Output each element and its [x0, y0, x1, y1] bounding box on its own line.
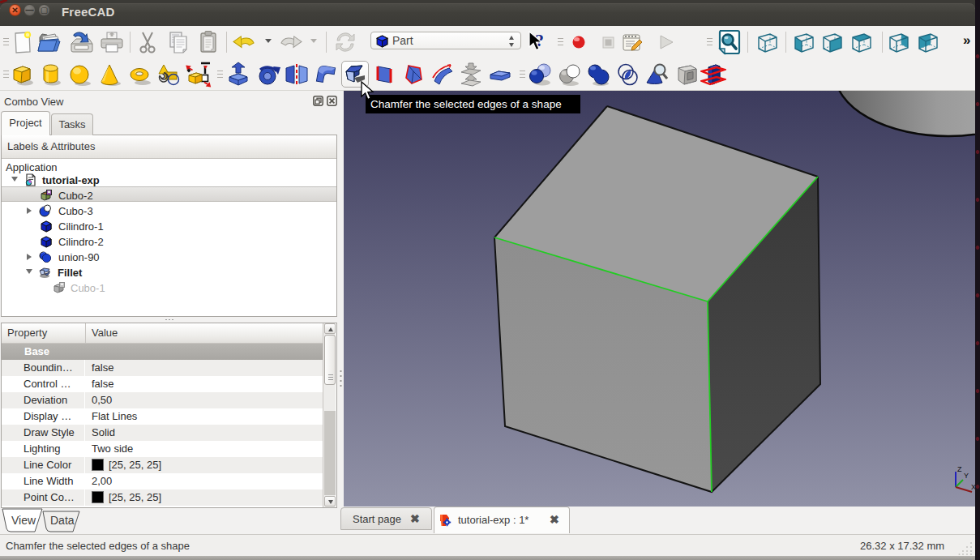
svg-text:Y: Y — [964, 472, 969, 480]
svg-text:Data: Data — [50, 514, 75, 527]
svg-text:Z: Z — [957, 465, 962, 473]
svg-text:View: View — [11, 514, 36, 527]
